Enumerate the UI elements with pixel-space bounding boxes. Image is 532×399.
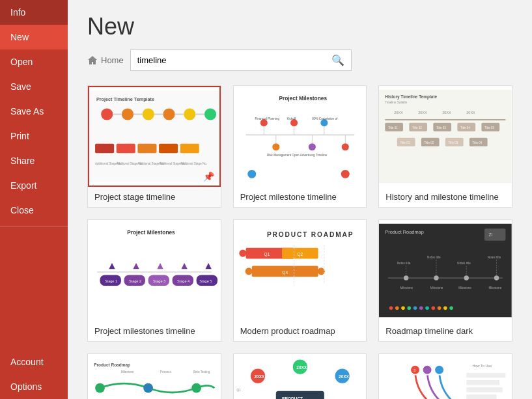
svg-text:Project Timeline Template: Project Timeline Template bbox=[96, 97, 154, 103]
template-card-history[interactable]: History Timeline Template Timeline Subti… bbox=[378, 85, 512, 208]
svg-point-99 bbox=[317, 268, 324, 275]
svg-point-113 bbox=[494, 275, 499, 280]
sidebar-item-account[interactable]: Account bbox=[0, 350, 68, 374]
sidebar-item-new[interactable]: New bbox=[0, 25, 68, 49]
template-card-process[interactable]: How To Use S bbox=[378, 353, 512, 399]
svg-text:Q1: Q1 bbox=[264, 252, 270, 257]
svg-text:20XX: 20XX bbox=[339, 374, 350, 379]
template-card-stage[interactable]: Project Timeline Template bbox=[87, 85, 221, 208]
svg-rect-13 bbox=[95, 144, 114, 154]
search-button[interactable]: 🔍 bbox=[325, 50, 351, 70]
svg-point-6 bbox=[184, 108, 195, 120]
svg-text:Title 04: Title 04 bbox=[473, 141, 483, 144]
svg-rect-16 bbox=[159, 144, 178, 154]
svg-point-123 bbox=[438, 307, 441, 310]
sidebar-item-info[interactable]: Info bbox=[0, 0, 68, 25]
svg-point-3 bbox=[122, 108, 133, 120]
template-grid: Project Timeline Template bbox=[87, 85, 512, 399]
template-preview-roadmap-modern: PRODUCT ROADMAP Q1 Q2 Q4 bbox=[234, 220, 367, 321]
svg-point-109 bbox=[434, 275, 439, 280]
home-icon bbox=[87, 55, 98, 66]
home-link[interactable]: Home bbox=[87, 55, 124, 66]
svg-text:Milestone: Milestone bbox=[400, 286, 413, 290]
sidebar-item-open[interactable]: Open bbox=[0, 49, 68, 74]
sidebar-item-print[interactable]: Print bbox=[0, 124, 68, 148]
main-content: New Home 🔍 Project Timeline Template bbox=[68, 0, 532, 399]
svg-rect-23 bbox=[234, 90, 367, 183]
sidebar-item-options[interactable]: Options bbox=[0, 374, 68, 399]
template-preview-milestones2: Project Milestones Stage 1 Stage 2 Stage… bbox=[88, 220, 221, 321]
svg-point-124 bbox=[443, 307, 447, 310]
svg-text:20XX: 20XX bbox=[394, 111, 403, 115]
svg-point-115 bbox=[389, 307, 393, 310]
search-input[interactable] bbox=[131, 51, 325, 69]
sidebar-spacer bbox=[0, 231, 68, 350]
svg-point-141 bbox=[191, 383, 201, 393]
template-preview-product-roadmap: Product Roadmap Milestone Process Beta T… bbox=[88, 354, 221, 399]
svg-rect-183 bbox=[467, 394, 497, 399]
template-label-roadmap-dark: Roadmap timeline dark bbox=[379, 321, 512, 341]
svg-point-41 bbox=[341, 143, 348, 150]
template-preview-stage: Project Timeline Template bbox=[88, 86, 221, 187]
template-card-milestone1[interactable]: Project Milestones Financial Planning Ki… bbox=[233, 85, 367, 208]
sidebar-item-save[interactable]: Save bbox=[0, 74, 68, 99]
template-card-product-roadmap[interactable]: Product Roadmap Milestone Process Beta T… bbox=[87, 353, 221, 399]
svg-text:Notes title: Notes title bbox=[397, 262, 411, 265]
search-row: Home 🔍 bbox=[87, 49, 512, 71]
svg-point-44 bbox=[341, 170, 349, 178]
sidebar-item-close[interactable]: Close bbox=[0, 198, 68, 223]
svg-text:Risk Management Open: Risk Management Open bbox=[267, 154, 300, 157]
svg-text:Stage 4: Stage 4 bbox=[177, 279, 189, 283]
svg-point-120 bbox=[419, 307, 423, 310]
svg-point-93 bbox=[239, 250, 246, 257]
svg-text:20XX: 20XX bbox=[296, 365, 307, 370]
svg-text:Financial Planning: Financial Planning bbox=[255, 117, 279, 120]
svg-text:20XX: 20XX bbox=[419, 111, 428, 115]
template-card-roadmap-dark[interactable]: Product Roadmap ZI Milestone Milestone M… bbox=[378, 219, 512, 342]
svg-rect-182 bbox=[467, 387, 503, 392]
search-box: 🔍 bbox=[130, 49, 352, 71]
svg-point-125 bbox=[450, 307, 454, 310]
svg-text:Kickoff: Kickoff bbox=[287, 117, 296, 120]
svg-text:Timeline Subtitle: Timeline Subtitle bbox=[385, 101, 408, 104]
svg-text:80% Completion of: 80% Completion of bbox=[312, 117, 338, 120]
svg-text:Project Milestones: Project Milestones bbox=[127, 229, 175, 236]
template-card-roadmap-modern[interactable]: PRODUCT ROADMAP Q1 Q2 Q4 bbox=[233, 219, 367, 342]
svg-rect-181 bbox=[467, 380, 500, 385]
template-label-stage: Project stage timeline bbox=[88, 187, 221, 207]
svg-point-43 bbox=[247, 170, 256, 178]
sidebar-item-share[interactable]: Share bbox=[0, 148, 68, 173]
svg-text:Milestone: Milestone bbox=[489, 286, 502, 290]
template-preview-colorful: PRODUCT ROADMAP TITLE 20XX-20XX 20XX 20X… bbox=[234, 354, 367, 399]
template-card-colorful[interactable]: PRODUCT ROADMAP TITLE 20XX-20XX 20XX 20X… bbox=[233, 353, 367, 399]
svg-text:Milestone: Milestone bbox=[430, 286, 443, 290]
svg-point-107 bbox=[404, 275, 408, 280]
template-preview-roadmap-dark: Product Roadmap ZI Milestone Milestone M… bbox=[379, 220, 512, 321]
sidebar-item-saveas[interactable]: Save As bbox=[0, 99, 68, 124]
svg-text:PRODUCT: PRODUCT bbox=[282, 396, 303, 399]
svg-text:Stage 1: Stage 1 bbox=[105, 279, 117, 283]
svg-text:Process: Process bbox=[160, 370, 171, 374]
template-card-milestones2[interactable]: Project Milestones Stage 1 Stage 2 Stage… bbox=[87, 219, 221, 342]
svg-text:Project Milestones: Project Milestones bbox=[279, 95, 327, 102]
sidebar-item-export[interactable]: Export bbox=[0, 173, 68, 198]
svg-text:Stage 2: Stage 2 bbox=[129, 279, 141, 283]
svg-point-118 bbox=[408, 307, 412, 310]
svg-rect-0 bbox=[89, 90, 219, 182]
svg-point-176 bbox=[423, 365, 432, 375]
svg-text:Title 05: Title 05 bbox=[484, 126, 494, 130]
svg-point-178 bbox=[435, 365, 445, 375]
svg-text:20XX: 20XX bbox=[443, 111, 452, 115]
svg-text:Notes title: Notes title bbox=[427, 256, 441, 259]
svg-text:20XX: 20XX bbox=[467, 111, 476, 115]
svg-text:Title 02: Title 02 bbox=[425, 141, 434, 144]
svg-text:Milestone: Milestone bbox=[459, 286, 472, 290]
svg-point-117 bbox=[402, 307, 406, 310]
svg-rect-180 bbox=[467, 373, 506, 378]
template-preview-history: History Timeline Template Timeline Subti… bbox=[379, 86, 512, 187]
svg-rect-15 bbox=[137, 144, 156, 154]
svg-text:Title 02: Title 02 bbox=[412, 126, 422, 130]
svg-text:Beta Testing: Beta Testing bbox=[193, 370, 210, 374]
svg-point-121 bbox=[426, 307, 430, 310]
svg-text:Advertising Timeline: Advertising Timeline bbox=[300, 154, 327, 157]
